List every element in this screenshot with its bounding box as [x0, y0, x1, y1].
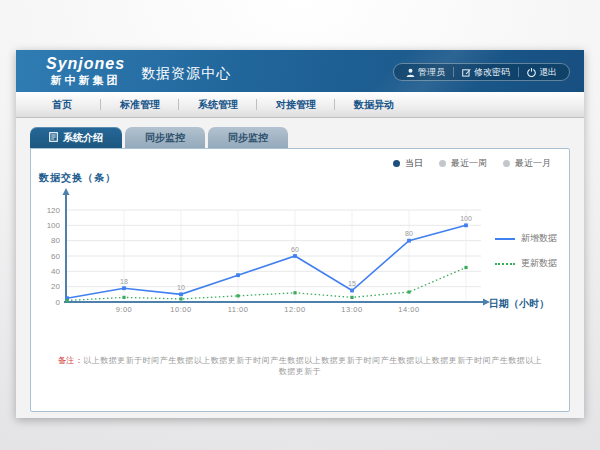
tab-label: 同步监控 — [145, 131, 185, 145]
svg-text:10:00: 10:00 — [170, 305, 191, 314]
footnote-text: 以上数据更新于时间产生数据以上数据更新于时间产生数据以上数据更新于时间产生数据以… — [83, 356, 542, 376]
radio-dot — [439, 160, 446, 167]
legend-item-new-data: 新增数据 — [495, 232, 557, 245]
edit-icon — [462, 68, 471, 77]
tab-system-intro[interactable]: 系统介绍 — [30, 127, 122, 148]
svg-text:40: 40 — [51, 267, 60, 276]
tab-bar: 系统介绍 同步监控 同步监控 — [30, 127, 288, 148]
page: { "window": { "logo_primary": "Synjones"… — [0, 0, 600, 450]
svg-text:60: 60 — [291, 246, 299, 253]
svg-text:100: 100 — [460, 215, 472, 222]
nav-item-system-mgmt[interactable]: 系统管理 — [186, 98, 250, 112]
legend-solid-line-icon — [495, 238, 515, 240]
tab-label: 同步监控 — [228, 131, 268, 145]
svg-text:0: 0 — [56, 298, 61, 307]
brand-logo: Synjones 新中新集团 — [46, 56, 125, 86]
page-title: 数据资源中心 — [141, 65, 231, 83]
chart-legend: 新增数据 更新数据 — [495, 232, 557, 270]
radio-last-month[interactable]: 最近一月 — [503, 157, 551, 170]
power-icon — [527, 68, 536, 77]
footnote: 备注：以上数据更新于时间产生数据以上数据更新于时间产生数据以上数据更新于时间产生… — [31, 355, 569, 377]
main-nav: 首页 标准管理 系统管理 对接管理 数据异动 — [16, 92, 584, 118]
svg-text:18: 18 — [120, 278, 128, 285]
footnote-prefix: 备注： — [58, 356, 84, 365]
svg-text:60: 60 — [51, 252, 60, 261]
radio-dot-selected — [393, 160, 400, 167]
radio-last-week[interactable]: 最近一周 — [439, 157, 487, 170]
x-axis-title: 日期（小时） — [489, 297, 549, 311]
nav-item-data-change[interactable]: 数据异动 — [342, 98, 406, 112]
svg-text:120: 120 — [47, 206, 61, 215]
nav-item-home[interactable]: 首页 — [30, 98, 94, 112]
logout-label: 退出 — [539, 66, 557, 79]
change-password-label: 修改密码 — [474, 66, 510, 79]
app-window: Synjones 新中新集团 数据资源中心 管理员 修改密码 — [16, 50, 584, 418]
radio-label: 当日 — [405, 157, 423, 170]
svg-text:80: 80 — [405, 230, 413, 237]
document-icon — [49, 132, 58, 144]
user-menu: 管理员 修改密码 退出 — [393, 63, 570, 81]
logout-button[interactable]: 退出 — [519, 64, 565, 80]
change-password-button[interactable]: 修改密码 — [454, 64, 518, 80]
time-range-filter: 当日 最近一周 最近一月 — [393, 157, 551, 170]
svg-text:15: 15 — [348, 280, 356, 287]
tab-label: 系统介绍 — [63, 131, 103, 145]
nav-item-integration-mgmt[interactable]: 对接管理 — [264, 98, 328, 112]
svg-text:9:00: 9:00 — [116, 305, 133, 314]
tab-sync-monitor-2[interactable]: 同步监控 — [208, 127, 288, 148]
chart-panel: 当日 最近一周 最近一月 数据交换（条） 0204060801001209:00… — [30, 148, 570, 412]
app-header: Synjones 新中新集团 数据资源中心 管理员 修改密码 — [16, 50, 584, 92]
legend-label: 更新数据 — [521, 257, 557, 270]
legend-label: 新增数据 — [521, 232, 557, 245]
brand-logo-subtext: 新中新集团 — [46, 75, 125, 86]
nav-item-standard-mgmt[interactable]: 标准管理 — [108, 98, 172, 112]
svg-text:14:00: 14:00 — [398, 305, 419, 314]
admin-user-label: 管理员 — [418, 66, 445, 79]
legend-dotted-line-icon — [495, 263, 515, 265]
svg-text:13:00: 13:00 — [341, 305, 362, 314]
svg-text:10: 10 — [177, 284, 185, 291]
radio-label: 最近一周 — [451, 157, 487, 170]
brand-logo-text: Synjones — [46, 56, 125, 72]
svg-text:12:00: 12:00 — [284, 305, 305, 314]
radio-label: 最近一月 — [515, 157, 551, 170]
radio-today[interactable]: 当日 — [393, 157, 423, 170]
tab-sync-monitor-1[interactable]: 同步监控 — [125, 127, 205, 148]
y-axis-title: 数据交换（条） — [39, 171, 116, 185]
svg-text:100: 100 — [47, 221, 61, 230]
user-icon — [406, 68, 415, 77]
admin-user-button[interactable]: 管理员 — [398, 64, 453, 80]
svg-text:80: 80 — [51, 236, 60, 245]
legend-item-updated-data: 更新数据 — [495, 257, 557, 270]
radio-dot — [503, 160, 510, 167]
svg-text:11:00: 11:00 — [228, 305, 249, 314]
svg-text:20: 20 — [51, 282, 60, 291]
